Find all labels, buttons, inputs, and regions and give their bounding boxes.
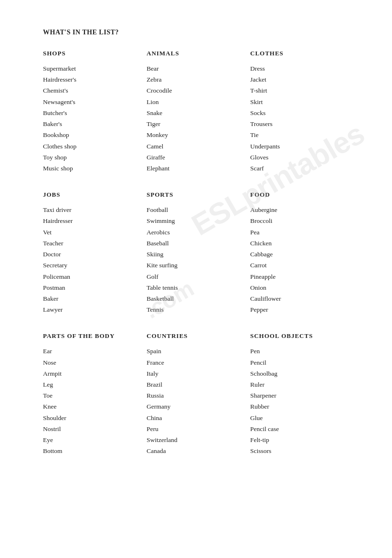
list-item: Secretary xyxy=(43,260,147,271)
list-item: Nostril xyxy=(43,423,147,434)
list-item: Snake xyxy=(147,107,250,118)
list-item: Chemist's xyxy=(43,85,147,96)
list-item: Skiing xyxy=(147,249,250,260)
section-col-jobs: JOBSTaxi driverHairdresserVetTeacherDoct… xyxy=(43,191,147,315)
section-list-school: PenPencilSchoolbagRulerSharpenerRubberGl… xyxy=(250,346,354,456)
list-item: Carrot xyxy=(250,260,354,271)
list-item: Dress xyxy=(250,63,354,74)
section-header-body: PARTS OF THE BODY xyxy=(43,332,147,340)
list-item: Basketball xyxy=(147,293,250,304)
list-item: Peru xyxy=(147,423,250,434)
list-item: Butcher's xyxy=(43,107,147,118)
list-item: Brazil xyxy=(147,379,250,390)
list-item: Teacher xyxy=(43,238,147,249)
list-item: Spain xyxy=(147,346,250,357)
list-item: T-shirt xyxy=(250,85,354,96)
section-list-sports: FootballSwimmingAerobicsBaseballSkiingKi… xyxy=(147,204,250,315)
section-col-animals: ANIMALSBearZebraCrocodileLionSnakeTigerM… xyxy=(147,50,250,174)
section-col-shops: SHOPSSupermarketHairdresser'sChemist'sNe… xyxy=(43,50,147,174)
section-col-sports: SPORTSFootballSwimmingAerobicsBaseballSk… xyxy=(147,191,250,315)
section-header-food: FOOD xyxy=(250,191,354,199)
list-item: Aubergine xyxy=(250,204,354,215)
section-list-animals: BearZebraCrocodileLionSnakeTigerMonkeyCa… xyxy=(147,63,250,174)
section-list-body: EarNoseArmpitLegToeKneeShoulderNostrilEy… xyxy=(43,346,147,456)
section-list-countries: SpainFranceItalyBrazilRussiaGermanyChina… xyxy=(147,346,250,456)
section-list-clothes: DressJacketT-shirtSkirtSocksTrousersTieU… xyxy=(250,63,354,174)
list-item: Monkey xyxy=(147,129,250,140)
list-item: Jacket xyxy=(250,74,354,85)
list-item: Ear xyxy=(43,346,147,357)
list-item: Toe xyxy=(43,390,147,401)
list-item: Swimming xyxy=(147,215,250,226)
list-item: Socks xyxy=(250,107,354,118)
section-row-2: JOBSTaxi driverHairdresserVetTeacherDoct… xyxy=(43,191,354,315)
section-col-countries: COUNTRIESSpainFranceItalyBrazilRussiaGer… xyxy=(147,332,250,456)
list-item: Lion xyxy=(147,96,250,107)
list-item: Baker's xyxy=(43,118,147,129)
section-header-shops: SHOPS xyxy=(43,50,147,57)
list-item: Pen xyxy=(250,346,354,357)
list-item: Ruler xyxy=(250,379,354,390)
list-item: Table tennis xyxy=(147,282,250,293)
section-header-school: SCHOOL OBJECTS xyxy=(250,332,354,340)
section-list-shops: SupermarketHairdresser'sChemist'sNewsage… xyxy=(43,63,147,174)
list-item: Newsagent's xyxy=(43,96,147,107)
section-header-countries: COUNTRIES xyxy=(147,332,250,340)
section-col-body: PARTS OF THE BODYEarNoseArmpitLegToeKnee… xyxy=(43,332,147,456)
list-item: Lawyer xyxy=(43,304,147,315)
list-item: Chicken xyxy=(250,238,354,249)
list-item: Kite surfing xyxy=(147,260,250,271)
list-item: Music shop xyxy=(43,163,147,174)
list-item: Scissors xyxy=(250,445,354,456)
list-item: Tiger xyxy=(147,118,250,129)
section-list-food: AubergineBroccoliPeaChickenCabbageCarrot… xyxy=(250,204,354,315)
list-item: Tie xyxy=(250,129,354,140)
list-item: Crocodile xyxy=(147,85,250,96)
list-item: Russia xyxy=(147,390,250,401)
page-title: WHAT'S IN THE LIST? xyxy=(43,29,354,36)
list-item: Leg xyxy=(43,379,147,390)
list-item: Toy shop xyxy=(43,152,147,163)
list-item: Germany xyxy=(147,401,250,412)
list-item: Baseball xyxy=(147,238,250,249)
list-item: Italy xyxy=(147,368,250,379)
list-item: Cauliflower xyxy=(250,293,354,304)
section-col-school: SCHOOL OBJECTSPenPencilSchoolbagRulerSha… xyxy=(250,332,354,456)
list-item: Doctor xyxy=(43,249,147,260)
list-item: Broccoli xyxy=(250,215,354,226)
list-item: Bottom xyxy=(43,445,147,456)
list-item: Tennis xyxy=(147,304,250,315)
list-item: Clothes shop xyxy=(43,141,147,152)
list-item: Shoulder xyxy=(43,412,147,423)
list-item: Gloves xyxy=(250,152,354,163)
list-item: Armpit xyxy=(43,368,147,379)
list-item: Schoolbag xyxy=(250,368,354,379)
section-header-sports: SPORTS xyxy=(147,191,250,199)
list-item: Glue xyxy=(250,412,354,423)
list-item: Baker xyxy=(43,293,147,304)
list-item: Switzerland xyxy=(147,434,250,445)
list-item: Pineapple xyxy=(250,271,354,282)
list-item: Hairdresser xyxy=(43,215,147,226)
list-item: France xyxy=(147,357,250,368)
list-item: Felt-tip xyxy=(250,434,354,445)
list-item: Sharpener xyxy=(250,390,354,401)
list-item: Canada xyxy=(147,445,250,456)
list-item: Giraffe xyxy=(147,152,250,163)
list-item: Trousers xyxy=(250,118,354,129)
list-item: Football xyxy=(147,204,250,215)
list-item: Policeman xyxy=(43,271,147,282)
list-item: Eye xyxy=(43,434,147,445)
list-item: Knee xyxy=(43,401,147,412)
list-item: Bookshop xyxy=(43,129,147,140)
list-item: Rubber xyxy=(250,401,354,412)
list-item: Vet xyxy=(43,227,147,238)
list-item: Bear xyxy=(147,63,250,74)
list-item: Zebra xyxy=(147,74,250,85)
list-item: Scarf xyxy=(250,163,354,174)
list-item: Camel xyxy=(147,141,250,152)
list-item: Skirt xyxy=(250,96,354,107)
section-col-food: FOODAubergineBroccoliPeaChickenCabbageCa… xyxy=(250,191,354,315)
list-item: Elephant xyxy=(147,163,250,174)
list-item: Nose xyxy=(43,357,147,368)
